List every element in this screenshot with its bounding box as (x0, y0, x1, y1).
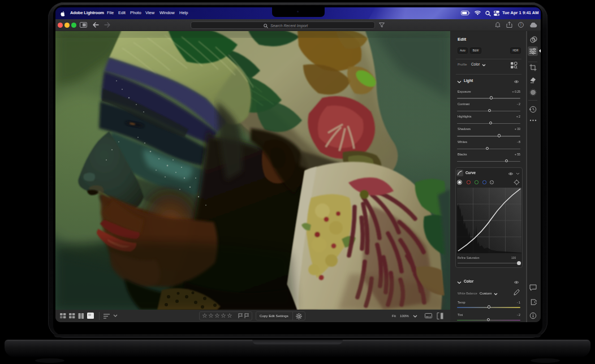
svg-text:☆: ☆ (221, 312, 226, 319)
svg-text:☆: ☆ (214, 312, 220, 319)
svg-text:☆: ☆ (227, 312, 232, 319)
svg-text:☆: ☆ (202, 312, 208, 319)
svg-text:!: ! (520, 23, 521, 27)
svg-text:☆: ☆ (208, 312, 214, 319)
